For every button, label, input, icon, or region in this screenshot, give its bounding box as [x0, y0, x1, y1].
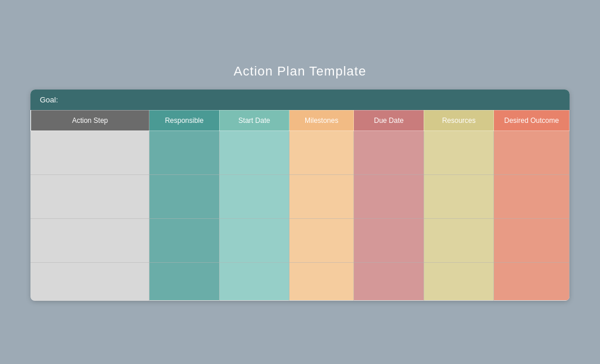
- cell-responsible-2[interactable]: [149, 174, 219, 218]
- cell-milestones-2[interactable]: [289, 174, 354, 218]
- cell-action-1[interactable]: [31, 131, 149, 174]
- cell-resources-1[interactable]: [424, 131, 493, 174]
- cell-responsible-4[interactable]: [149, 262, 219, 300]
- cell-duedate-3[interactable]: [354, 218, 424, 262]
- table-header-row: Action Step Responsible Start Date Miles…: [31, 110, 570, 131]
- table-row: [31, 218, 570, 262]
- goal-header: Goal:: [30, 90, 570, 110]
- col-header-outcome: Desired Outcome: [494, 110, 570, 131]
- col-header-duedate: Due Date: [354, 110, 424, 131]
- cell-milestones-4[interactable]: [289, 262, 354, 300]
- cell-action-2[interactable]: [31, 174, 149, 218]
- cell-action-4[interactable]: [31, 262, 149, 300]
- table-row: [31, 131, 570, 174]
- cell-resources-2[interactable]: [424, 174, 493, 218]
- cell-duedate-4[interactable]: [354, 262, 424, 300]
- table-row: [31, 174, 570, 218]
- cell-milestones-3[interactable]: [289, 218, 354, 262]
- cell-outcome-4[interactable]: [494, 262, 570, 300]
- cell-startdate-4[interactable]: [219, 262, 289, 300]
- cell-outcome-1[interactable]: [494, 131, 570, 174]
- cell-startdate-2[interactable]: [219, 174, 289, 218]
- col-header-milestones: Milestones: [289, 110, 354, 131]
- cell-startdate-3[interactable]: [219, 218, 289, 262]
- table-row: [31, 262, 570, 300]
- cell-startdate-1[interactable]: [219, 131, 289, 174]
- cell-duedate-1[interactable]: [354, 131, 424, 174]
- cell-resources-4[interactable]: [424, 262, 493, 300]
- cell-duedate-2[interactable]: [354, 174, 424, 218]
- action-plan-table: Action Step Responsible Start Date Miles…: [30, 110, 570, 301]
- cell-resources-3[interactable]: [424, 218, 493, 262]
- cell-outcome-2[interactable]: [494, 174, 570, 218]
- cell-responsible-3[interactable]: [149, 218, 219, 262]
- cell-outcome-3[interactable]: [494, 218, 570, 262]
- cell-responsible-1[interactable]: [149, 131, 219, 174]
- col-header-responsible: Responsible: [149, 110, 219, 131]
- col-header-action: Action Step: [31, 110, 149, 131]
- col-header-startdate: Start Date: [219, 110, 289, 131]
- col-header-resources: Resources: [424, 110, 493, 131]
- table-container: Goal: Action Step Responsible Start Date…: [30, 90, 570, 301]
- page-title: Action Plan Template: [234, 64, 366, 79]
- cell-action-3[interactable]: [31, 218, 149, 262]
- cell-milestones-1[interactable]: [289, 131, 354, 174]
